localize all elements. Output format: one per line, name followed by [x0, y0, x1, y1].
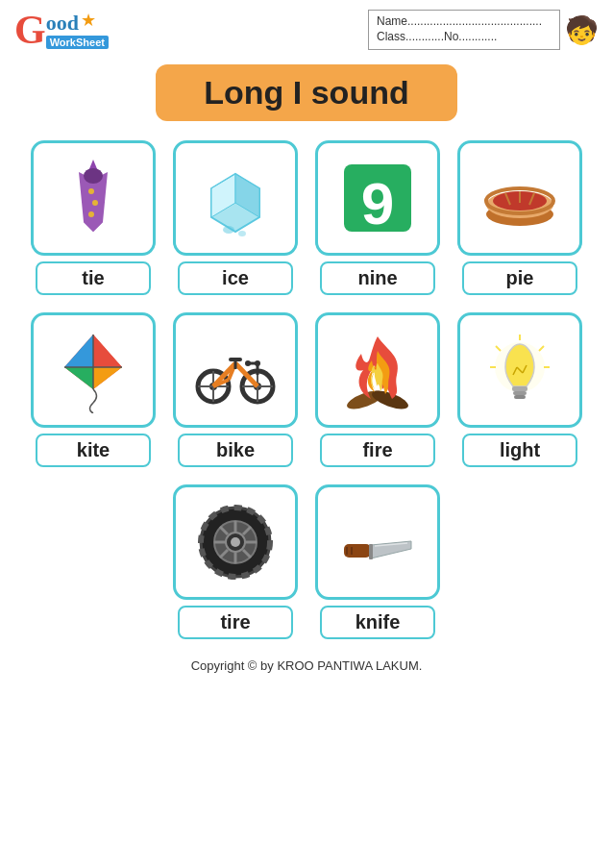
svg-marker-22 [64, 367, 93, 389]
svg-line-36 [235, 363, 257, 386]
footer: Copyright © by KROO PANTIWA LAKUM. [0, 658, 613, 687]
svg-point-71 [231, 537, 240, 547]
card-kite: kite [31, 312, 156, 467]
card-tie: tie [31, 140, 156, 295]
row-3: tire knife [29, 484, 584, 639]
ice-label: ice [178, 261, 293, 295]
pie-image [457, 140, 582, 256]
svg-point-43 [245, 360, 251, 366]
svg-point-2 [84, 168, 103, 184]
word-grid: tie ice 9 [0, 140, 613, 639]
svg-rect-53 [514, 395, 526, 399]
tire-image [173, 484, 298, 600]
card-fire: fire [315, 312, 440, 467]
logo: G ood ★ WorkSheet [14, 10, 109, 50]
light-label: light [462, 434, 577, 467]
svg-point-4 [92, 200, 98, 206]
knife-image [315, 484, 440, 600]
kid-icon: 🧒 [565, 14, 599, 46]
card-nine: 9 nine [315, 140, 440, 295]
svg-rect-52 [513, 391, 527, 395]
logo-worksheet: WorkSheet [46, 36, 109, 49]
light-image [457, 312, 582, 428]
row-1: tie ice 9 [29, 140, 584, 295]
page-title: Long I sound [156, 64, 456, 121]
pie-label: pie [462, 261, 577, 295]
svg-point-5 [88, 211, 94, 217]
svg-point-44 [255, 360, 260, 366]
logo-star: ★ [81, 10, 96, 31]
svg-marker-24 [93, 367, 122, 389]
row-2: kite [29, 312, 584, 467]
card-pie: pie [457, 140, 582, 295]
nine-image: 9 [315, 140, 440, 256]
svg-line-55 [496, 346, 501, 351]
card-knife: knife [315, 484, 440, 639]
bike-image [173, 312, 298, 428]
bike-label: bike [178, 434, 293, 467]
logo-g: G [14, 8, 46, 52]
card-tire: tire [173, 484, 298, 639]
svg-line-56 [539, 346, 544, 351]
nine-label: nine [320, 261, 435, 295]
card-light: light [457, 312, 582, 467]
svg-point-10 [238, 231, 246, 236]
header: G ood ★ WorkSheet Name..................… [0, 0, 613, 55]
ice-image [173, 140, 298, 256]
title-container: Long I sound [0, 64, 613, 121]
card-bike: bike [173, 312, 298, 467]
svg-text:9: 9 [361, 170, 394, 236]
card-ice: ice [173, 140, 298, 295]
name-line: Name....................................… [377, 14, 552, 28]
svg-rect-51 [512, 386, 527, 391]
tie-label: tie [36, 261, 151, 295]
svg-point-9 [223, 226, 234, 234]
logo-ood: ood [46, 12, 79, 34]
kite-image [31, 312, 156, 428]
svg-marker-23 [64, 335, 93, 367]
svg-rect-39 [229, 358, 242, 361]
footer-text: Copyright © by KROO PANTIWA LAKUM. [191, 658, 423, 673]
svg-rect-72 [344, 544, 371, 558]
fire-image [315, 312, 440, 428]
svg-marker-21 [93, 335, 122, 367]
svg-point-3 [88, 188, 94, 194]
kite-label: kite [36, 434, 151, 467]
knife-label: knife [320, 606, 435, 639]
name-class-box: Name....................................… [368, 10, 560, 50]
svg-rect-76 [369, 544, 373, 559]
tire-label: tire [178, 606, 293, 639]
fire-label: fire [320, 434, 435, 467]
tie-image [31, 140, 156, 256]
class-line: Class............No............ [377, 30, 552, 43]
